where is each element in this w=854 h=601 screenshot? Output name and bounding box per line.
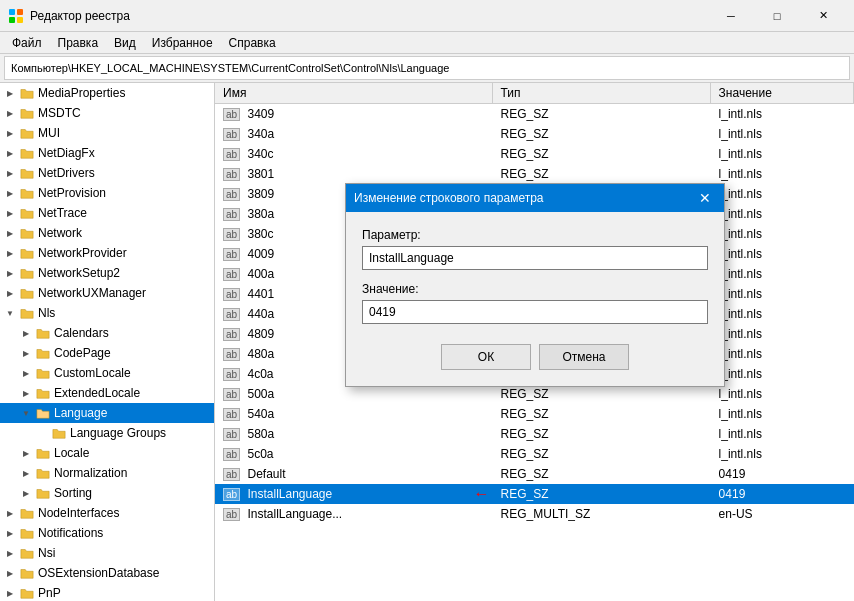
expand-icon: ▶ [4, 547, 16, 559]
sidebar-item-nsi[interactable]: ▶ Nsi [0, 543, 214, 563]
folder-icon [35, 325, 51, 341]
sidebar-item-pnp[interactable]: ▶ PnP [0, 583, 214, 601]
main-layout: ▶ MediaProperties▶ MSDTC▶ MUI▶ NetDiagFx… [0, 82, 854, 601]
expand-icon: ▼ [4, 307, 16, 319]
dialog-title: Изменение строкового параметра [354, 191, 544, 205]
expand-icon: ▶ [20, 447, 32, 459]
sidebar-item-networkuxmanager[interactable]: ▶ NetworkUXManager [0, 283, 214, 303]
sidebar-item-codepage[interactable]: ▶ CodePage [0, 343, 214, 363]
menu-view[interactable]: Вид [106, 34, 144, 52]
sidebar-label: NetDrivers [38, 166, 95, 180]
folder-icon [35, 485, 51, 501]
menu-edit[interactable]: Правка [50, 34, 107, 52]
folder-icon [51, 425, 67, 441]
expand-icon: ▶ [4, 567, 16, 579]
value-input[interactable] [362, 300, 708, 324]
sidebar-label: NetworkUXManager [38, 286, 146, 300]
breadcrumb[interactable]: Компьютер\HKEY_LOCAL_MACHINE\SYSTEM\Curr… [4, 56, 850, 80]
sidebar-item-osextensiondatabase[interactable]: ▶ OSExtensionDatabase [0, 563, 214, 583]
sidebar-item-sorting[interactable]: ▶ Sorting [0, 483, 214, 503]
sidebar-item-mui[interactable]: ▶ MUI [0, 123, 214, 143]
sidebar-item-network[interactable]: ▶ Network [0, 223, 214, 243]
title-bar: Редактор реестра ─ □ ✕ [0, 0, 854, 32]
folder-icon [19, 545, 35, 561]
menu-bar: Файл Правка Вид Избранное Справка [0, 32, 854, 54]
sidebar-label: Sorting [54, 486, 92, 500]
sidebar-label: Language Groups [70, 426, 166, 440]
menu-file[interactable]: Файл [4, 34, 50, 52]
expand-icon: ▶ [4, 167, 16, 179]
sidebar-item-netdrivers[interactable]: ▶ NetDrivers [0, 163, 214, 183]
expand-icon: ▶ [4, 187, 16, 199]
cancel-button[interactable]: Отмена [539, 344, 629, 370]
folder-icon [35, 365, 51, 381]
sidebar-label: Normalization [54, 466, 127, 480]
expand-icon: ▶ [4, 127, 16, 139]
expand-icon: ▶ [20, 327, 32, 339]
sidebar-label: Language [54, 406, 107, 420]
folder-icon [19, 525, 35, 541]
sidebar-label: PnP [38, 586, 61, 600]
maximize-button[interactable]: □ [754, 1, 800, 31]
sidebar-item-notifications[interactable]: ▶ Notifications [0, 523, 214, 543]
expand-icon: ▶ [20, 467, 32, 479]
expand-icon: ▶ [4, 587, 16, 599]
sidebar-item-normalization[interactable]: ▶ Normalization [0, 463, 214, 483]
folder-icon [19, 145, 35, 161]
dialog-body: Параметр: Значение: ОК Отмена [346, 212, 724, 386]
menu-favorites[interactable]: Избранное [144, 34, 221, 52]
sidebar[interactable]: ▶ MediaProperties▶ MSDTC▶ MUI▶ NetDiagFx… [0, 83, 215, 601]
sidebar-item-nettrace[interactable]: ▶ NetTrace [0, 203, 214, 223]
folder-icon [35, 445, 51, 461]
content-area[interactable]: Имя Тип Значение ab 3409REG_SZl_intl.nls… [215, 83, 854, 601]
sidebar-item-locale[interactable]: ▶ Locale [0, 443, 214, 463]
sidebar-label: NetTrace [38, 206, 87, 220]
sidebar-item-nodeinterfaces[interactable]: ▶ NodeInterfaces [0, 503, 214, 523]
sidebar-label: MUI [38, 126, 60, 140]
menu-help[interactable]: Справка [221, 34, 284, 52]
sidebar-item-netprovision[interactable]: ▶ NetProvision [0, 183, 214, 203]
expand-icon: ▶ [4, 207, 16, 219]
dialog-buttons: ОК Отмена [362, 344, 708, 370]
expand-icon: ▶ [4, 267, 16, 279]
expand-icon: ▼ [20, 407, 32, 419]
folder-icon [19, 505, 35, 521]
svg-rect-2 [9, 17, 15, 23]
sidebar-item-networksetup2[interactable]: ▶ NetworkSetup2 [0, 263, 214, 283]
sidebar-item-extendedlocale[interactable]: ▶ ExtendedLocale [0, 383, 214, 403]
minimize-button[interactable]: ─ [708, 1, 754, 31]
expand-icon: ▶ [4, 227, 16, 239]
ok-button[interactable]: ОК [441, 344, 531, 370]
expand-icon: ▶ [20, 347, 32, 359]
folder-icon [19, 165, 35, 181]
folder-icon [19, 225, 35, 241]
sidebar-item-languagegroups[interactable]: Language Groups [0, 423, 214, 443]
svg-rect-1 [17, 9, 23, 15]
folder-icon [19, 305, 35, 321]
sidebar-label: CustomLocale [54, 366, 131, 380]
sidebar-item-networkprovider[interactable]: ▶ NetworkProvider [0, 243, 214, 263]
dialog-close-button[interactable]: ✕ [694, 187, 716, 209]
close-button[interactable]: ✕ [800, 1, 846, 31]
sidebar-item-nls[interactable]: ▼ Nls [0, 303, 214, 323]
sidebar-item-mediaproperties[interactable]: ▶ MediaProperties [0, 83, 214, 103]
folder-icon [19, 565, 35, 581]
folder-icon [19, 105, 35, 121]
sidebar-item-customlocale[interactable]: ▶ CustomLocale [0, 363, 214, 383]
dialog-title-bar: Изменение строкового параметра ✕ [346, 184, 724, 212]
folder-icon [19, 285, 35, 301]
expand-icon: ▶ [4, 247, 16, 259]
dialog-overlay: Изменение строкового параметра ✕ Парамет… [215, 83, 854, 601]
sidebar-item-msdtc[interactable]: ▶ MSDTC [0, 103, 214, 123]
sidebar-item-language[interactable]: ▼ Language [0, 403, 214, 423]
sidebar-label: Notifications [38, 526, 103, 540]
sidebar-item-calendars[interactable]: ▶ Calendars [0, 323, 214, 343]
sidebar-item-netdiagfx[interactable]: ▶ NetDiagFx [0, 143, 214, 163]
expand-icon: ▶ [20, 487, 32, 499]
param-input[interactable] [362, 246, 708, 270]
expand-icon: ▶ [4, 287, 16, 299]
folder-icon [35, 405, 51, 421]
sidebar-label: Network [38, 226, 82, 240]
expand-icon: ▶ [4, 507, 16, 519]
folder-icon [35, 385, 51, 401]
